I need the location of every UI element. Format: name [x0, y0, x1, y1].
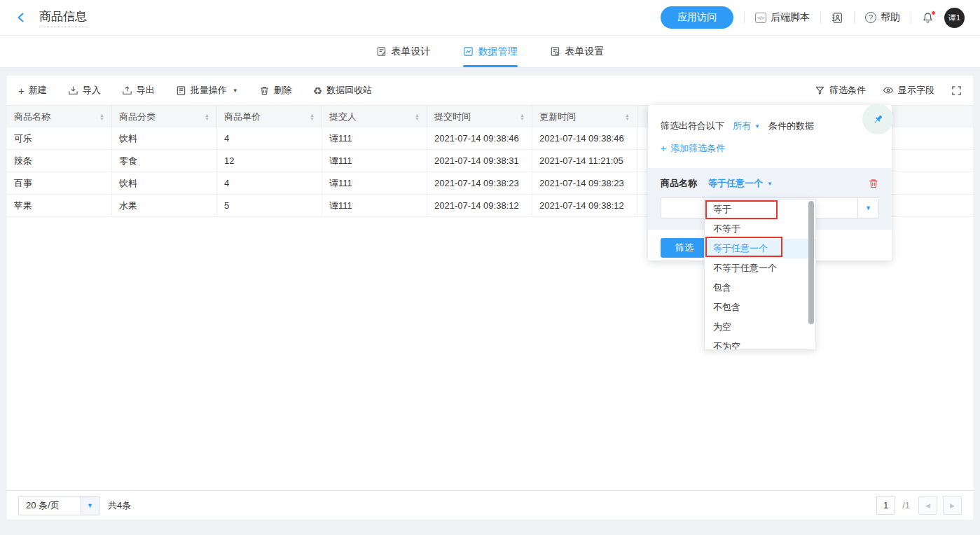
new-label: 新建: [29, 84, 47, 97]
filter-conditions-button[interactable]: 筛选条件: [815, 84, 866, 97]
next-page-button[interactable]: ▶: [943, 496, 962, 515]
fullscreen-button[interactable]: [951, 85, 962, 96]
sort-icon[interactable]: ▲▼: [625, 113, 630, 120]
batch-operations-button[interactable]: 批量操作 ▼: [176, 84, 238, 97]
prev-page-button[interactable]: ◀: [918, 496, 937, 515]
value-dropdown-button[interactable]: ▼: [857, 198, 878, 218]
table-toolbar: + 新建 导入 导出 批量操作 ▼: [7, 76, 973, 105]
backend-script-label: 后端脚本: [771, 11, 810, 24]
condition-row: 商品名称 等于任意一个 ▼: [661, 177, 879, 190]
help-button[interactable]: ? 帮助: [865, 11, 900, 24]
sort-icon[interactable]: ▲▼: [310, 113, 315, 120]
notification-dot: [931, 11, 936, 15]
page-title: 商品信息: [39, 8, 87, 27]
column-header-product-name[interactable]: 商品名称 ▲▼: [7, 106, 112, 127]
tab-form-design[interactable]: 表单设计: [376, 36, 431, 67]
table-cell: 谭111: [322, 195, 427, 216]
pushpin-icon: [872, 113, 884, 125]
sort-icon[interactable]: ▲▼: [520, 113, 525, 120]
batch-label: 批量操作: [191, 84, 227, 97]
show-fields-button[interactable]: 显示字段: [883, 84, 934, 97]
plus-icon: +: [18, 85, 25, 96]
pin-button[interactable]: [862, 104, 893, 134]
filter-conditions-label: 筛选条件: [829, 84, 866, 97]
table-cell: 水果: [112, 195, 217, 216]
dropdown-scrollbar[interactable]: [808, 201, 814, 324]
table-cell: 百事: [7, 172, 112, 194]
delete-label: 删除: [274, 84, 292, 97]
app-access-button[interactable]: 应用访问: [661, 6, 733, 29]
form-settings-icon: [550, 46, 560, 57]
table-cell: 谭111: [322, 150, 427, 172]
page-count: /1: [902, 500, 910, 510]
table-cell: 饮料: [112, 172, 217, 194]
condition-field: 商品名称: [661, 177, 697, 190]
import-label: 导入: [83, 84, 101, 97]
operator-option-not-contains[interactable]: 不包含: [705, 298, 815, 317]
plus-icon: +: [661, 144, 666, 153]
operator-select[interactable]: 等于任意一个 ▼: [708, 177, 773, 190]
export-label: 导出: [137, 84, 155, 97]
import-icon: [68, 85, 78, 96]
table-cell: 12: [217, 150, 322, 172]
apply-filter-button[interactable]: 筛选: [661, 238, 708, 258]
column-header-submitter[interactable]: 提交人 ▲▼: [322, 106, 427, 127]
pagination-bar: 20 条/页 ▼ 共4条 1 /1 ◀ ▶: [7, 490, 973, 520]
delete-condition-button[interactable]: [868, 178, 879, 189]
filter-footer: 筛选: [661, 238, 708, 258]
operator-option-not-equals-any[interactable]: 不等于任意一个: [705, 258, 815, 278]
tab-data-management[interactable]: 数据管理: [463, 36, 518, 67]
current-page-box[interactable]: 1: [876, 496, 895, 515]
pager: 1 /1 ◀ ▶: [876, 496, 962, 515]
table-cell: 2021-07-14 09:38:12: [532, 195, 637, 216]
show-fields-label: 显示字段: [898, 84, 934, 97]
address-book-button[interactable]: [831, 12, 843, 24]
column-header-price[interactable]: 商品单价 ▲▼: [217, 106, 322, 127]
match-mode-select[interactable]: 所有 ▼: [733, 120, 760, 132]
table-cell: 谭111: [322, 127, 427, 149]
column-label: 提交人: [329, 111, 357, 123]
delete-button[interactable]: 删除: [259, 84, 292, 97]
add-condition-button[interactable]: + 添加筛选条件: [648, 132, 892, 155]
notifications-button[interactable]: [922, 12, 934, 24]
toolbar-right: 筛选条件 显示字段: [815, 84, 962, 97]
backend-script-button[interactable]: </> 后端脚本: [755, 11, 810, 24]
help-label: 帮助: [881, 11, 900, 24]
operator-option-equals[interactable]: 等于: [705, 200, 815, 219]
table-cell: 谭111: [322, 172, 427, 194]
caret-down-icon: ▼: [81, 496, 99, 515]
column-label: 商品单价: [224, 111, 261, 123]
column-header-update-time[interactable]: 更新时间 ▲▼: [532, 106, 637, 127]
recycle-icon: ♻: [313, 85, 322, 96]
avatar[interactable]: 谭1: [944, 8, 965, 28]
new-button[interactable]: + 新建: [18, 84, 47, 97]
form-tabbar: 表单设计 数据管理 表单设置: [0, 36, 980, 68]
export-button[interactable]: 导出: [122, 84, 155, 97]
total-count: 共4条: [108, 499, 131, 512]
caret-down-icon: ▼: [233, 88, 238, 94]
page-size-select[interactable]: 20 条/页 ▼: [18, 496, 99, 515]
recycle-bin-button[interactable]: ♻ 数据回收站: [313, 84, 372, 97]
column-label: 商品分类: [119, 111, 156, 123]
back-button[interactable]: [15, 12, 27, 23]
trash-icon: [259, 85, 270, 96]
operator-option-equals-any[interactable]: 等于任意一个: [705, 239, 815, 258]
tab-form-settings[interactable]: 表单设置: [550, 36, 605, 67]
operator-option-not-empty[interactable]: 不为空: [705, 337, 815, 350]
sort-icon[interactable]: ▲▼: [99, 113, 104, 120]
table-cell: 零食: [112, 150, 217, 172]
column-header-submit-time[interactable]: 提交时间 ▲▼: [427, 106, 532, 127]
import-button[interactable]: 导入: [68, 84, 101, 97]
column-header-category[interactable]: 商品分类 ▲▼: [112, 106, 217, 127]
operator-option-contains[interactable]: 包含: [705, 278, 815, 298]
funnel-icon: [815, 85, 825, 96]
question-icon: ?: [865, 12, 876, 23]
sort-icon[interactable]: ▲▼: [205, 113, 209, 120]
operator-option-not-equals[interactable]: 不等于: [705, 219, 815, 239]
sort-icon[interactable]: ▲▼: [415, 113, 420, 120]
form-design-icon: [376, 46, 387, 57]
eye-icon: [883, 85, 894, 96]
table-cell: 4: [217, 172, 322, 194]
operator-option-empty[interactable]: 为空: [705, 317, 815, 337]
operator-value: 等于任意一个: [708, 177, 763, 190]
